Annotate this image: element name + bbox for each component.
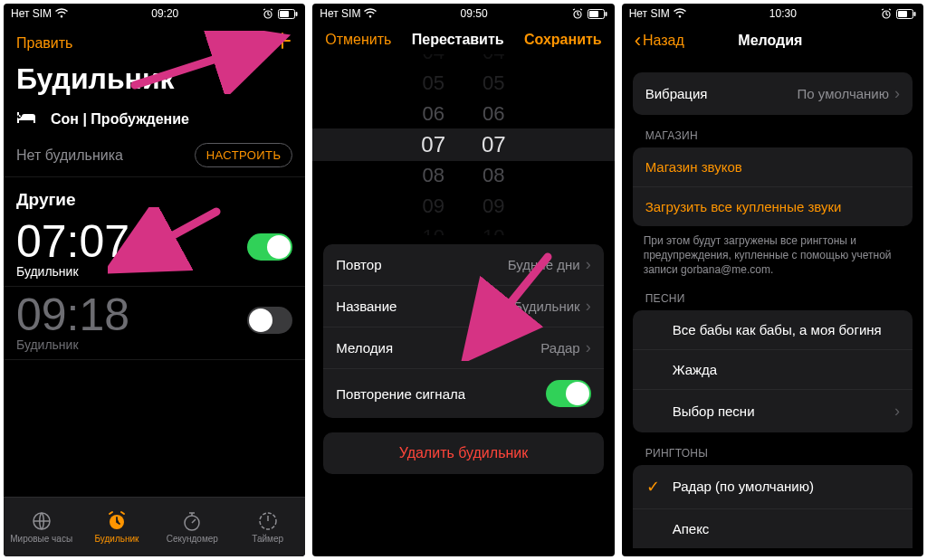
ringtone-row-1[interactable]: Апекс [633, 509, 913, 548]
sound-row[interactable]: Мелодия Радар› [323, 327, 603, 369]
snooze-label: Повторение сигнала [336, 386, 465, 402]
alarm-label-0: Будильник [16, 264, 292, 279]
vibration-row[interactable]: Вибрация По умолчанию› [633, 72, 913, 115]
sleep-wake-header: Сон | Пробуждение [4, 105, 305, 134]
alarm-settings-group: Повтор Будние дни› Название Будильник› М… [323, 244, 603, 418]
vibration-label: Вибрация [645, 86, 708, 101]
name-value: Будильник [513, 299, 579, 314]
battery-icon [896, 9, 916, 19]
status-time: 09:50 [461, 7, 488, 20]
page-title: Будильник [4, 61, 305, 105]
tab-world-label: Мировые часы [10, 534, 72, 544]
chevron-right-icon: › [586, 297, 591, 316]
sound-value: Радар [540, 340, 579, 356]
alarm-clock-icon [106, 510, 128, 532]
repeat-value: Будние дни [508, 257, 580, 272]
store-header: МАГАЗИН [622, 115, 923, 147]
carrier-text: Нет SIM [629, 7, 670, 20]
nav-title: Переставить [412, 32, 504, 48]
nav-bar: Отменить Переставить Сохранить [312, 24, 614, 54]
battery-icon [588, 9, 607, 19]
no-alarm-label: Нет будильника [16, 147, 123, 164]
time-picker[interactable]: 04 05 06 07 08 09 10 04 05 06 07 08 09 1… [312, 54, 614, 235]
vibration-group: Вибрация По умолчанию› [633, 72, 913, 115]
alarm-label-1: Будильник [16, 337, 292, 352]
status-bar: Нет SIM 09:50 [312, 4, 614, 24]
repeat-label: Повтор [336, 257, 381, 272]
screen-edit-alarm: Нет SIM 09:50 Отменить Переставить Сохра… [312, 4, 614, 556]
chevron-right-icon: › [586, 338, 591, 357]
status-bar: Нет SIM 09:20 [4, 4, 305, 24]
song-row-1[interactable]: Жажда [633, 350, 913, 390]
vibration-value: По умолчанию [798, 86, 889, 101]
alarm-icon [571, 8, 584, 19]
tab-stopwatch-label: Секундомер [167, 534, 218, 544]
save-button[interactable]: Сохранить [524, 32, 602, 48]
chevron-left-icon: ‹ [635, 29, 641, 52]
svg-rect-15 [898, 11, 907, 17]
alarm-toggle-1[interactable] [247, 307, 292, 334]
store-hint: При этом будут загружены все рингтоны и … [622, 226, 923, 278]
tab-alarm[interactable]: Будильник [79, 498, 154, 556]
status-time: 09:20 [151, 7, 178, 20]
name-label: Название [336, 299, 397, 314]
nav-title: Мелодия [738, 33, 802, 49]
svg-rect-11 [589, 11, 598, 17]
songs-group: Все бабы как бабы, а моя богиня Жажда Вы… [633, 310, 913, 432]
store-group: Магазин звуков Загрузить все купленные з… [633, 147, 913, 226]
tab-stopwatch[interactable]: Секундомер [155, 498, 230, 556]
nav-bar: Править [4, 24, 305, 61]
back-button[interactable]: ‹ Назад [635, 29, 684, 52]
no-alarm-row: Нет будильника НАСТРОИТЬ [4, 134, 305, 177]
add-button[interactable] [272, 29, 292, 57]
wifi-icon [364, 8, 377, 19]
tab-world-clock[interactable]: Мировые часы [4, 498, 79, 556]
tab-timer[interactable]: Таймер [230, 498, 305, 556]
stopwatch-icon [181, 510, 203, 532]
name-row[interactable]: Название Будильник› [323, 286, 603, 327]
timer-icon [257, 510, 279, 532]
download-all-row[interactable]: Загрузить все купленные звуки [633, 187, 913, 226]
tab-timer-label: Таймер [252, 534, 283, 544]
svg-rect-2 [296, 12, 298, 16]
ringtone-row-0[interactable]: ✓Радар (по умолчанию) [633, 465, 913, 509]
sleep-wake-label: Сон | Пробуждение [51, 111, 189, 128]
ringtones-header: РИНГТОНЫ [622, 432, 923, 465]
tab-alarm-label: Будильник [95, 534, 139, 544]
wifi-icon [55, 8, 68, 19]
carrier-text: Нет SIM [320, 7, 360, 20]
pick-song-row[interactable]: Выбор песни› [633, 390, 913, 432]
cancel-button[interactable]: Отменить [325, 32, 391, 48]
edit-button[interactable]: Править [16, 35, 72, 52]
chevron-right-icon: › [586, 255, 591, 274]
wifi-icon [674, 8, 686, 19]
alarm-toggle-0[interactable] [247, 233, 292, 261]
setup-button[interactable]: НАСТРОИТЬ [195, 143, 293, 167]
chevron-right-icon: › [894, 84, 900, 103]
snooze-toggle[interactable] [546, 380, 591, 407]
svg-rect-14 [913, 12, 915, 16]
nav-bar: ‹ Назад Мелодия [622, 24, 923, 56]
alarm-row-1[interactable]: 09:18 Будильник [4, 287, 305, 360]
plus-icon [272, 31, 292, 51]
song-row-0[interactable]: Все бабы как бабы, а моя богиня [633, 310, 913, 350]
alarm-row-0[interactable]: 07:07 Будильник [4, 214, 305, 287]
sound-label: Мелодия [336, 340, 393, 356]
status-time: 10:30 [769, 7, 797, 20]
alarm-icon [262, 8, 274, 19]
tone-store-row[interactable]: Магазин звуков [633, 147, 913, 187]
delete-alarm-button[interactable]: Удалить будильник [323, 432, 603, 474]
globe-icon [31, 510, 53, 532]
bed-icon [16, 110, 36, 128]
snooze-row: Повторение сигнала [323, 369, 603, 418]
picker-highlight [312, 128, 614, 161]
chevron-right-icon: › [894, 402, 900, 421]
svg-rect-3 [280, 11, 289, 17]
carrier-text: Нет SIM [11, 7, 52, 20]
svg-rect-10 [605, 12, 607, 16]
checkmark-icon: ✓ [645, 477, 662, 497]
status-bar: Нет SIM 10:30 [622, 4, 923, 24]
tab-bar: Мировые часы Будильник Секундомер Таймер [4, 497, 305, 556]
repeat-row[interactable]: Повтор Будние дни› [323, 244, 603, 286]
battery-icon [278, 9, 298, 19]
